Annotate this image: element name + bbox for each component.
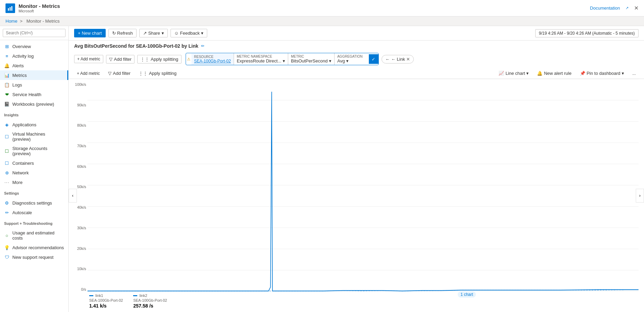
- feedback-button[interactable]: ☺ Feedback ▾: [171, 29, 207, 37]
- sidebar-item-network[interactable]: ⊛ Network: [0, 168, 68, 177]
- share-chevron-icon: ▾: [162, 31, 164, 36]
- sidebar-item-alerts[interactable]: 🔔 Alerts: [0, 61, 68, 70]
- documentation-link[interactable]: Documentation: [590, 5, 620, 11]
- pin-icon: 📌: [580, 71, 585, 76]
- main-container: ⊞ Overview ≡ Activity log 🔔 Alerts 📊 Met…: [0, 26, 644, 312]
- sidebar-item-new-support[interactable]: 🛡 New support request: [0, 252, 68, 262]
- sidebar-item-logs[interactable]: 📋 Logs: [0, 80, 68, 90]
- chart-title: Avg BitsOutPerSecond for SEA-100Gb-Port-…: [74, 43, 198, 49]
- app-brand: Monitor - Metrics Microsoft: [5, 3, 60, 13]
- sidebar-item-service-health[interactable]: ❤ Service Health: [0, 90, 68, 99]
- chart-toolbar: + New chart ↻ Refresh ↗ Share ▾ ☺ Feedba…: [69, 26, 644, 41]
- line-chart-button[interactable]: 📈 Line chart ▾: [496, 69, 531, 77]
- apply-splitting-ctrl-label: Apply splitting: [149, 71, 176, 76]
- namespace-label: METRIC NAMESPACE: [237, 55, 285, 58]
- metric-value[interactable]: BitsOutPerSecond ▾: [291, 58, 331, 63]
- link-arrow-icon: ←: [385, 57, 390, 62]
- y-label-70k: 70k/s: [77, 144, 86, 148]
- svg-rect-0: [8, 8, 9, 11]
- metric-confirm-button[interactable]: ✓: [369, 54, 378, 64]
- legend-color-link1: [89, 295, 93, 296]
- apply-splitting-button[interactable]: ⋮⋮ Apply splitting: [137, 55, 181, 63]
- metric-controls: + Add metric ▽ Add filter ⋮⋮ Apply split…: [69, 51, 644, 68]
- svg-rect-2: [11, 6, 12, 11]
- sidebar-item-diagnostics[interactable]: ⚙ Diagnostics settings: [0, 198, 68, 208]
- sidebar-item-metrics[interactable]: 📊 Metrics: [0, 70, 68, 80]
- sidebar-item-advisor[interactable]: 💡 Advisor recommendations: [0, 243, 68, 252]
- chart-svg: 06 AM 12 PM 06 PM Fri 20: [87, 79, 639, 291]
- add-metric-ctrl-button[interactable]: + Add metric: [74, 69, 103, 77]
- sidebar-item-more[interactable]: ··· More: [0, 177, 68, 187]
- chart-svg-container: 06 AM 12 PM 06 PM Fri 20: [87, 79, 639, 291]
- sidebar-item-storage-accounts[interactable]: ☐ Storage Accounts (preview): [0, 144, 68, 158]
- resource-value[interactable]: SEA-100Gb-Port-02: [194, 59, 231, 63]
- time-range-button[interactable]: 9/19 4:26 AM - 9/20 4:26 AM (Automatic -…: [535, 29, 639, 37]
- legend-label-link2: link2: [139, 293, 147, 298]
- add-metric-button[interactable]: + Add metric: [74, 55, 103, 63]
- chart-nav-left-button[interactable]: ‹: [69, 189, 77, 203]
- link-tag[interactable]: ← ← Link ✕: [382, 55, 414, 63]
- sidebar-insights: ◈ Applications ☐ Virtual Machines (previ…: [0, 118, 68, 188]
- sidebar-item-applications[interactable]: ◈ Applications: [0, 120, 68, 129]
- legend-color-link2: [133, 295, 137, 296]
- share-button[interactable]: ↗ Share ▾: [139, 29, 168, 37]
- sidebar: ⊞ Overview ≡ Activity log 🔔 Alerts 📊 Met…: [0, 26, 69, 312]
- chart-nav-right-button[interactable]: ›: [636, 189, 644, 203]
- settings-label: Settings: [0, 188, 68, 197]
- sidebar-main-items: ⊞ Overview ≡ Activity log 🔔 Alerts 📊 Met…: [0, 40, 68, 110]
- chart-type-label: Line chart: [505, 71, 525, 76]
- legend-item-link1: link1 SEA-100Gb-Port-02 1.41 k/s: [89, 293, 123, 309]
- sidebar-item-containers[interactable]: ☐ Containers: [0, 158, 68, 168]
- refresh-button[interactable]: ↻ Refresh: [108, 29, 137, 37]
- legend-item-link2: link2 SEA-100Gb-Port-02 257.58 /s: [133, 293, 167, 309]
- overview-icon: ⊞: [4, 44, 10, 49]
- sidebar-item-label: Service Health: [12, 92, 42, 97]
- sidebar-item-label: Logs: [12, 82, 22, 88]
- pin-dashboard-button[interactable]: 📌 Pin to dashboard ▾: [577, 69, 627, 77]
- sidebar-item-workbooks[interactable]: 📓 Workbooks (preview): [0, 99, 68, 109]
- top-bar-actions: Documentation ↗ ✕: [590, 5, 639, 11]
- new-chart-button[interactable]: + New chart: [74, 29, 106, 37]
- sidebar-item-overview[interactable]: ⊞ Overview: [0, 42, 68, 51]
- aggregation-value[interactable]: Avg ▾: [337, 58, 366, 63]
- filter-icon: ▽: [109, 57, 113, 62]
- new-alert-rule-button[interactable]: 🔔 New alert rule: [534, 69, 574, 77]
- breadcrumb-home[interactable]: Home: [5, 19, 17, 24]
- more-options-button[interactable]: ...: [630, 70, 639, 77]
- metric-namespace-field: METRIC NAMESPACE ExpressRoute Direct... …: [234, 53, 288, 65]
- storage-accounts-icon: ☐: [4, 148, 10, 154]
- close-button[interactable]: ✕: [634, 5, 639, 11]
- y-label-40k: 40k/s: [77, 205, 86, 209]
- sidebar-item-label: Storage Accounts (preview): [12, 146, 64, 156]
- sidebar-item-autoscale[interactable]: ✏ Autoscale: [0, 208, 68, 217]
- chart-legend: link1 SEA-100Gb-Port-02 1.41 k/s link2 S…: [89, 293, 167, 309]
- add-filter-button[interactable]: ▽ Add filter: [106, 55, 134, 63]
- edit-chart-title-icon[interactable]: ✏: [201, 44, 204, 48]
- sidebar-item-usage-costs[interactable]: ○ Usage and estimated costs: [0, 228, 68, 243]
- y-label-100k: 100k/s: [75, 82, 86, 86]
- service-health-icon: ❤: [4, 92, 10, 97]
- sidebar-item-virtual-machines[interactable]: ☐ Virtual Machines (preview): [0, 129, 68, 144]
- sidebar-item-activity-log[interactable]: ≡ Activity log: [0, 51, 68, 61]
- resource-field: RESOURCE SEA-100Gb-Port-02: [191, 54, 234, 65]
- feedback-chevron-icon: ▾: [201, 31, 203, 36]
- namespace-value[interactable]: ExpressRoute Direct... ▾: [237, 58, 285, 63]
- main-content: + New chart ↻ Refresh ↗ Share ▾ ☺ Feedba…: [69, 26, 644, 312]
- svg-rect-1: [10, 7, 11, 11]
- search-input[interactable]: [3, 29, 66, 37]
- legend-value-link1: 1.41 k/s: [89, 303, 123, 309]
- pin-chevron-icon: ▾: [622, 71, 624, 76]
- filter-ctrl-icon: ▽: [108, 71, 112, 76]
- breadcrumb-current: Monitor - Metrics: [26, 19, 60, 24]
- new-alert-label: New alert rule: [544, 71, 571, 76]
- add-filter-ctrl-button[interactable]: ▽ Add filter: [105, 69, 133, 77]
- sidebar-item-label: New support request: [12, 255, 54, 260]
- warning-icon: ⚠: [187, 57, 190, 61]
- sidebar-item-label: Containers: [12, 161, 34, 166]
- sidebar-item-label: Usage and estimated costs: [12, 230, 64, 241]
- link-remove-icon[interactable]: ✕: [406, 57, 410, 62]
- apply-splitting-ctrl-button[interactable]: ⋮⋮ Apply splitting: [136, 69, 179, 77]
- legend-sublabel-link1: SEA-100Gb-Port-02: [89, 298, 123, 302]
- sidebar-item-label: Overview: [12, 44, 31, 49]
- link-tag-label: ← Link: [391, 57, 405, 62]
